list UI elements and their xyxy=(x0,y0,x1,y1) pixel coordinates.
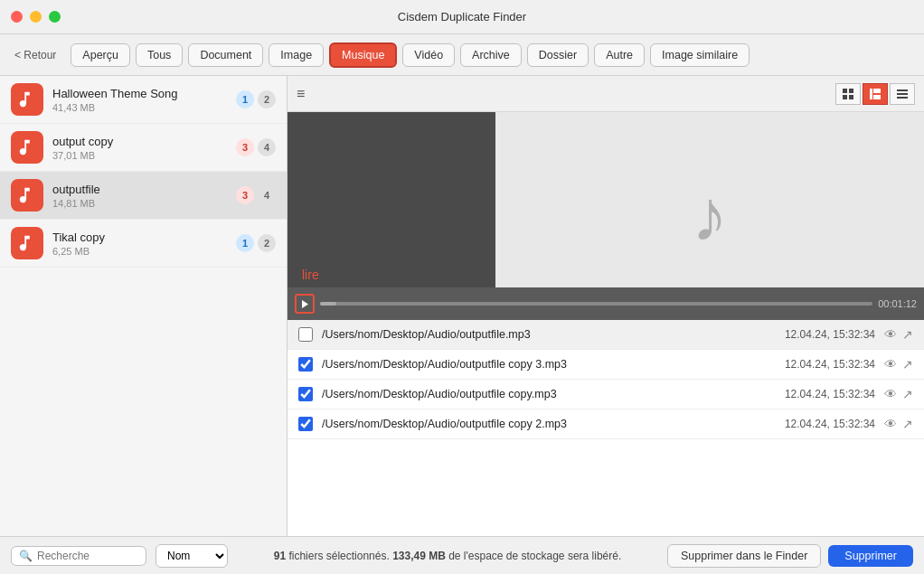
tab-musique[interactable]: Musique xyxy=(329,42,397,68)
item-info-halloween: Halloween Theme Song 41,43 MB xyxy=(52,87,227,113)
item-badges-outputfile: 3 4 xyxy=(236,186,276,204)
link-icon-3[interactable]: ↗ xyxy=(902,387,913,401)
link-icon-2[interactable]: ↗ xyxy=(902,357,913,372)
film-view-button[interactable] xyxy=(863,83,888,105)
sidebar-item-tikal[interactable]: Tikal copy 6,25 MB 1 2 xyxy=(0,220,287,268)
badge-count-7: 1 xyxy=(236,234,254,252)
tab-video[interactable]: Vidéo xyxy=(402,43,455,67)
sidebar: Halloween Theme Song 41,43 MB 1 2 output… xyxy=(0,76,288,536)
file-date-1: 12.04.24, 15:32:34 xyxy=(785,328,875,341)
main-content: Halloween Theme Song 41,43 MB 1 2 output… xyxy=(0,76,924,536)
svg-rect-6 xyxy=(873,95,881,99)
music-file-icon xyxy=(11,83,43,116)
music-note-icon: ♪ xyxy=(692,174,728,258)
item-badges-halloween: 1 2 xyxy=(236,90,276,108)
progress-fill xyxy=(320,302,336,306)
grid-view-button[interactable] xyxy=(835,83,861,105)
delete-button[interactable]: Supprimer xyxy=(828,545,913,567)
file-path-3: /Users/nom/Desktop/Audio/outputfile copy… xyxy=(322,388,776,400)
file-date-4: 12.04.24, 15:32:34 xyxy=(785,418,875,430)
media-player: lire ♪ 00:01:12 xyxy=(288,112,924,320)
link-icon-4[interactable]: ↗ xyxy=(902,417,913,431)
lire-label: lire xyxy=(302,268,319,282)
file-date-2: 12.04.24, 15:32:34 xyxy=(785,358,875,371)
file-path-4: /Users/nom/Desktop/Audio/outputfile copy… xyxy=(322,418,776,430)
file-actions-2: 👁 ↗ xyxy=(884,357,913,372)
delete-in-finder-button[interactable]: Supprimer dans le Finder xyxy=(667,544,821,568)
item-name-halloween: Halloween Theme Song xyxy=(52,87,227,100)
item-name-tikal: Tikal copy xyxy=(52,231,227,244)
music-file-icon-2 xyxy=(11,131,43,164)
item-name-outputfile: outputfile xyxy=(52,183,227,196)
badge-count-3: 3 xyxy=(236,138,254,156)
sort-select[interactable]: Nom xyxy=(156,544,228,568)
file-actions-1: 👁 ↗ xyxy=(884,327,913,342)
view-icon-group xyxy=(835,83,915,105)
file-row-3: /Users/nom/Desktop/Audio/outputfile copy… xyxy=(288,380,924,409)
tab-image-similaire[interactable]: Image similaire xyxy=(650,43,750,67)
app-title: Cisdem Duplicate Finder xyxy=(398,10,526,24)
tab-tous[interactable]: Tous xyxy=(136,43,183,67)
bottom-bar: 🔍 Nom 91 fichiers sélectionnés. 133,49 M… xyxy=(0,536,924,574)
sidebar-item-outputfile[interactable]: outputfile 14,81 MB 3 4 xyxy=(0,172,287,220)
eye-icon-4[interactable]: 👁 xyxy=(884,417,897,431)
tab-autre[interactable]: Autre xyxy=(594,43,645,67)
close-button[interactable] xyxy=(11,11,23,23)
sidebar-item-halloween[interactable]: Halloween Theme Song 41,43 MB 1 2 xyxy=(0,76,287,124)
eye-icon-2[interactable]: 👁 xyxy=(884,357,897,372)
file-row-2: /Users/nom/Desktop/Audio/outputfile copy… xyxy=(288,350,924,380)
badge-count-1: 1 xyxy=(236,90,254,108)
file-checkbox-1[interactable] xyxy=(298,327,313,342)
bottom-right: Supprimer dans le Finder Supprimer xyxy=(667,544,913,568)
svg-marker-10 xyxy=(302,300,308,308)
back-button[interactable]: < Retour xyxy=(9,45,61,65)
play-button[interactable] xyxy=(295,294,315,314)
file-checkbox-3[interactable] xyxy=(298,387,313,401)
minimize-button[interactable] xyxy=(30,11,42,23)
tab-document[interactable]: Document xyxy=(188,43,263,67)
badge-count-4: 4 xyxy=(258,138,276,156)
player-controls: 00:01:12 xyxy=(288,287,924,320)
tab-dossier[interactable]: Dossier xyxy=(527,43,589,67)
time-display: 00:01:12 xyxy=(878,298,917,309)
progress-bar[interactable] xyxy=(320,302,872,306)
item-size-outputfile: 14,81 MB xyxy=(52,198,227,209)
maximize-button[interactable] xyxy=(49,11,61,23)
svg-rect-4 xyxy=(870,89,872,99)
svg-rect-8 xyxy=(897,93,908,95)
file-checkbox-4[interactable] xyxy=(298,417,313,431)
list-view-button[interactable] xyxy=(890,83,915,105)
status-label: fichiers sélectionnés. xyxy=(286,550,392,562)
right-panel: ≡ xyxy=(288,76,924,536)
svg-rect-1 xyxy=(849,89,853,93)
file-path-1: /Users/nom/Desktop/Audio/outputfile.mp3 xyxy=(322,328,776,341)
file-checkbox-2[interactable] xyxy=(298,357,313,372)
file-path-2: /Users/nom/Desktop/Audio/outputfile copy… xyxy=(322,358,776,371)
view-controls-bar: ≡ xyxy=(288,76,924,112)
list-actions-icon[interactable]: ≡ xyxy=(297,86,305,102)
sidebar-item-output-copy[interactable]: output copy 37,01 MB 3 4 xyxy=(0,124,287,172)
status-count: 91 xyxy=(274,550,286,562)
svg-rect-3 xyxy=(849,95,853,99)
eye-icon-1[interactable]: 👁 xyxy=(884,327,897,342)
link-icon-1[interactable]: ↗ xyxy=(902,327,913,342)
tab-archive[interactable]: Archive xyxy=(460,43,522,67)
item-size-tikal: 6,25 MB xyxy=(52,246,227,257)
title-bar: Cisdem Duplicate Finder xyxy=(0,0,924,34)
svg-rect-5 xyxy=(873,89,881,93)
search-input[interactable] xyxy=(37,550,138,562)
music-file-icon-3 xyxy=(11,179,43,212)
tab-image[interactable]: Image xyxy=(269,43,324,67)
badge-count-6: 4 xyxy=(258,186,276,204)
tab-apercu[interactable]: Aperçu xyxy=(71,43,130,67)
file-row-1: /Users/nom/Desktop/Audio/outputfile.mp3 … xyxy=(288,320,924,350)
item-badges-tikal: 1 2 xyxy=(236,234,276,252)
svg-rect-9 xyxy=(897,97,908,99)
window-controls xyxy=(11,11,61,23)
item-info-tikal: Tikal copy 6,25 MB xyxy=(52,231,227,257)
eye-icon-3[interactable]: 👁 xyxy=(884,387,897,401)
item-info-output-copy: output copy 37,01 MB xyxy=(52,135,227,161)
status-suffix: de l'espace de stockage sera libéré. xyxy=(446,550,621,562)
svg-rect-7 xyxy=(897,89,908,91)
bottom-left: 🔍 Nom xyxy=(11,544,228,568)
